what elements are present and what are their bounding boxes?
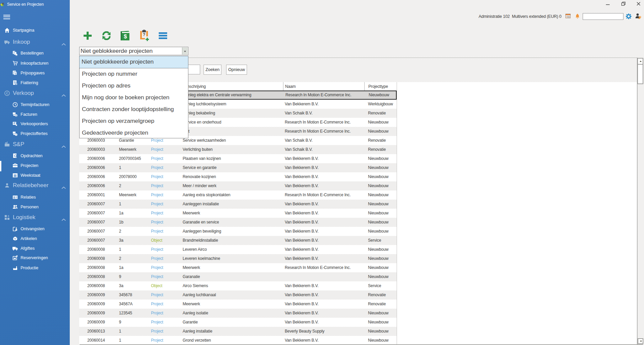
svg-text:$: $ (124, 33, 127, 40)
svg-text:?: ? (143, 32, 146, 37)
svg-text:?: ? (16, 133, 17, 136)
svg-text:$: $ (16, 114, 17, 116)
svg-text:€: € (6, 91, 8, 95)
